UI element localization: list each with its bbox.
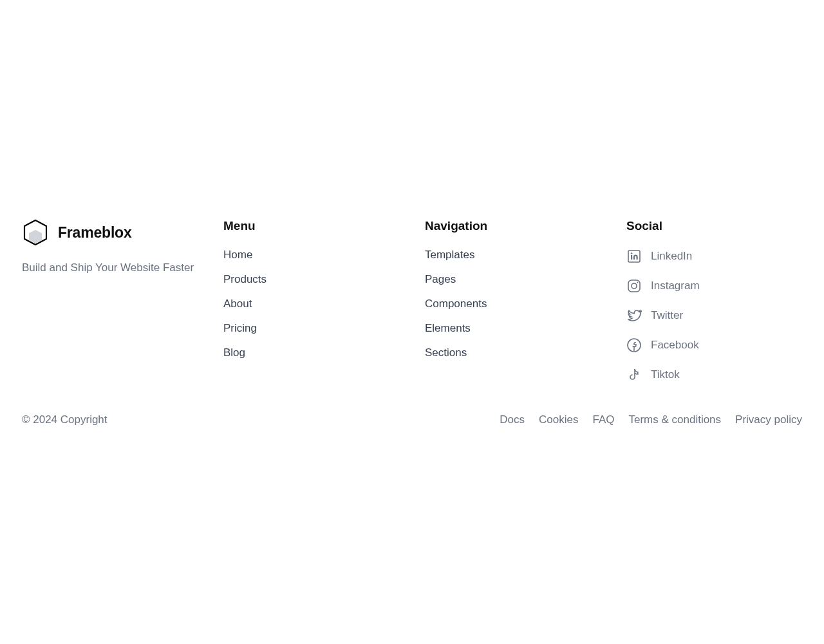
navigation-column: Navigation Templates Pages Components El… <box>425 219 601 383</box>
brand-name: Frameblox <box>58 224 132 242</box>
bottom-link-docs[interactable]: Docs <box>500 413 525 426</box>
bottom-link-cookies[interactable]: Cookies <box>539 413 578 426</box>
social-item-label: Instagram <box>651 279 700 292</box>
social-item-label: Facebook <box>651 339 699 352</box>
svg-rect-3 <box>631 255 632 260</box>
svg-rect-5 <box>628 280 640 292</box>
social-item-facebook[interactable]: Facebook <box>626 337 802 353</box>
copyright-text: © 2024 Copyright <box>22 413 108 426</box>
svg-marker-1 <box>29 230 42 243</box>
tiktok-icon <box>626 367 642 383</box>
brand-column: Frameblox Build and Ship Your Website Fa… <box>22 219 198 383</box>
instagram-icon <box>626 278 642 294</box>
social-item-tiktok[interactable]: Tiktok <box>626 367 802 383</box>
brand-logo-icon <box>22 219 49 246</box>
nav-item-components[interactable]: Components <box>425 298 601 310</box>
brand-logo-row[interactable]: Frameblox <box>22 219 198 246</box>
bottom-link-faq[interactable]: FAQ <box>592 413 614 426</box>
bottom-link-privacy[interactable]: Privacy policy <box>735 413 802 426</box>
brand-tagline: Build and Ship Your Website Faster <box>22 261 198 274</box>
nav-item-pages[interactable]: Pages <box>425 273 601 286</box>
menu-link-list: Home Products About Pricing Blog <box>223 249 399 359</box>
menu-heading: Menu <box>223 219 399 233</box>
navigation-link-list: Templates Pages Components Elements Sect… <box>425 249 601 359</box>
svg-point-6 <box>632 283 637 289</box>
menu-item-pricing[interactable]: Pricing <box>223 322 399 335</box>
social-column: Social LinkedIn <box>626 219 802 383</box>
footer-bottom: © 2024 Copyright Docs Cookies FAQ Terms … <box>22 413 802 426</box>
menu-column: Menu Home Products About Pricing Blog <box>223 219 399 383</box>
social-item-label: LinkedIn <box>651 250 692 263</box>
social-heading: Social <box>626 219 802 233</box>
social-link-list: LinkedIn Instagram <box>626 249 802 383</box>
social-item-linkedin[interactable]: LinkedIn <box>626 249 802 264</box>
svg-point-7 <box>637 282 639 283</box>
menu-item-about[interactable]: About <box>223 298 399 310</box>
social-item-label: Twitter <box>651 309 683 322</box>
bottom-link-terms[interactable]: Terms & conditions <box>628 413 721 426</box>
twitter-icon <box>626 308 642 323</box>
social-item-instagram[interactable]: Instagram <box>626 278 802 294</box>
menu-item-home[interactable]: Home <box>223 249 399 261</box>
social-item-twitter[interactable]: Twitter <box>626 308 802 323</box>
nav-item-templates[interactable]: Templates <box>425 249 601 261</box>
svg-point-4 <box>631 252 633 254</box>
menu-item-blog[interactable]: Blog <box>223 346 399 359</box>
nav-item-sections[interactable]: Sections <box>425 346 601 359</box>
navigation-heading: Navigation <box>425 219 601 233</box>
footer-bottom-links: Docs Cookies FAQ Terms & conditions Priv… <box>500 413 802 426</box>
linkedin-icon <box>626 249 642 264</box>
footer-columns: Frameblox Build and Ship Your Website Fa… <box>22 219 802 383</box>
nav-item-elements[interactable]: Elements <box>425 322 601 335</box>
menu-item-products[interactable]: Products <box>223 273 399 286</box>
social-item-label: Tiktok <box>651 368 680 381</box>
footer: Frameblox Build and Ship Your Website Fa… <box>0 219 824 426</box>
facebook-icon <box>626 337 642 353</box>
